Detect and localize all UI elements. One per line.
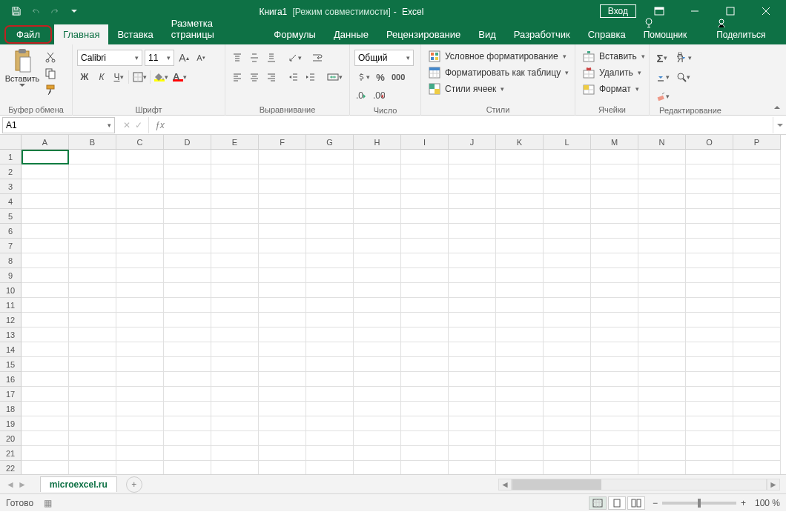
- wrap-text-icon[interactable]: [310, 50, 325, 66]
- cell[interactable]: [259, 150, 306, 164]
- cell[interactable]: [354, 446, 401, 461]
- scroll-right-icon[interactable]: ►: [767, 479, 780, 491]
- cell[interactable]: [686, 461, 733, 474]
- cell[interactable]: [22, 239, 69, 253]
- cell[interactable]: [686, 416, 733, 431]
- borders-button[interactable]: ▾: [131, 69, 148, 85]
- cell[interactable]: [401, 164, 449, 179]
- cell[interactable]: [733, 239, 781, 253]
- cell[interactable]: [591, 268, 638, 283]
- cell[interactable]: [496, 342, 544, 357]
- cell[interactable]: [116, 342, 164, 357]
- sheet-tab[interactable]: microexcel.ru: [40, 476, 117, 492]
- cell[interactable]: [116, 194, 164, 209]
- cell[interactable]: [211, 179, 259, 194]
- cell[interactable]: [496, 327, 544, 342]
- cell[interactable]: [306, 372, 354, 387]
- cell[interactable]: [544, 327, 591, 342]
- cell[interactable]: [164, 313, 211, 327]
- cell[interactable]: [401, 209, 449, 224]
- cell[interactable]: [449, 446, 496, 461]
- cell[interactable]: [591, 313, 638, 327]
- cell[interactable]: [733, 357, 781, 372]
- cell[interactable]: [306, 179, 354, 194]
- cell[interactable]: [544, 313, 591, 327]
- cell[interactable]: [686, 431, 733, 446]
- cell[interactable]: [496, 179, 544, 194]
- cell[interactable]: [22, 164, 69, 179]
- cell[interactable]: [591, 283, 638, 298]
- cell[interactable]: [354, 239, 401, 253]
- cell[interactable]: [733, 268, 781, 283]
- column-header[interactable]: O: [686, 135, 733, 150]
- align-middle-icon[interactable]: [247, 50, 262, 66]
- cell[interactable]: [164, 164, 211, 179]
- cell[interactable]: [449, 150, 496, 164]
- cell[interactable]: [116, 179, 164, 194]
- cell[interactable]: [733, 446, 781, 461]
- cell[interactable]: [544, 461, 591, 474]
- cell[interactable]: [591, 387, 638, 402]
- cell[interactable]: [449, 357, 496, 372]
- cell[interactable]: [22, 209, 69, 224]
- cell[interactable]: [638, 431, 686, 446]
- cell[interactable]: [211, 313, 259, 327]
- cell[interactable]: [686, 342, 733, 357]
- cell[interactable]: [116, 209, 164, 224]
- cell[interactable]: [449, 402, 496, 416]
- cell[interactable]: [306, 327, 354, 342]
- row-header[interactable]: 19: [0, 416, 22, 431]
- cell[interactable]: [686, 164, 733, 179]
- cell[interactable]: [496, 387, 544, 402]
- cell[interactable]: [164, 253, 211, 268]
- cell[interactable]: [449, 327, 496, 342]
- cell[interactable]: [69, 402, 116, 416]
- cell[interactable]: [306, 342, 354, 357]
- cell[interactable]: [686, 150, 733, 164]
- font-name-combo[interactable]: Calibri▾: [77, 50, 142, 66]
- align-top-icon[interactable]: [230, 50, 245, 66]
- cell[interactable]: [164, 387, 211, 402]
- cell[interactable]: [211, 342, 259, 357]
- enter-formula-icon[interactable]: ✓: [135, 120, 142, 130]
- cell[interactable]: [69, 461, 116, 474]
- cell[interactable]: [496, 298, 544, 313]
- cancel-formula-icon[interactable]: ✕: [123, 120, 131, 130]
- cell[interactable]: [211, 194, 259, 209]
- cell[interactable]: [449, 387, 496, 402]
- percent-format-icon[interactable]: %: [373, 69, 388, 85]
- row-headers[interactable]: 12345678910111213141516171819202122: [0, 150, 22, 474]
- cell[interactable]: [116, 239, 164, 253]
- font-size-combo[interactable]: 11▾: [145, 50, 174, 66]
- underline-button[interactable]: Ч▾: [111, 69, 126, 85]
- cell[interactable]: [164, 209, 211, 224]
- row-header[interactable]: 6: [0, 224, 22, 239]
- cell[interactable]: [22, 224, 69, 239]
- column-header[interactable]: H: [354, 135, 401, 150]
- cell[interactable]: [638, 298, 686, 313]
- cell[interactable]: [401, 194, 449, 209]
- cell[interactable]: [544, 164, 591, 179]
- cell[interactable]: [686, 313, 733, 327]
- cell[interactable]: [496, 461, 544, 474]
- cell[interactable]: [211, 164, 259, 179]
- cell[interactable]: [733, 179, 781, 194]
- row-header[interactable]: 4: [0, 194, 22, 209]
- row-header[interactable]: 13: [0, 327, 22, 342]
- cell[interactable]: [591, 224, 638, 239]
- italic-button[interactable]: К: [94, 69, 109, 85]
- expand-formula-bar-icon[interactable]: [773, 117, 786, 133]
- fx-icon[interactable]: ƒx: [155, 120, 165, 130]
- cell[interactable]: [638, 357, 686, 372]
- cell[interactable]: [116, 461, 164, 474]
- cell[interactable]: [259, 268, 306, 283]
- cell[interactable]: [496, 150, 544, 164]
- cell[interactable]: [544, 253, 591, 268]
- cell[interactable]: [354, 283, 401, 298]
- save-icon[interactable]: [7, 2, 25, 20]
- cell[interactable]: [591, 342, 638, 357]
- cell[interactable]: [69, 313, 116, 327]
- cell[interactable]: [544, 239, 591, 253]
- cell[interactable]: [686, 402, 733, 416]
- cell[interactable]: [544, 209, 591, 224]
